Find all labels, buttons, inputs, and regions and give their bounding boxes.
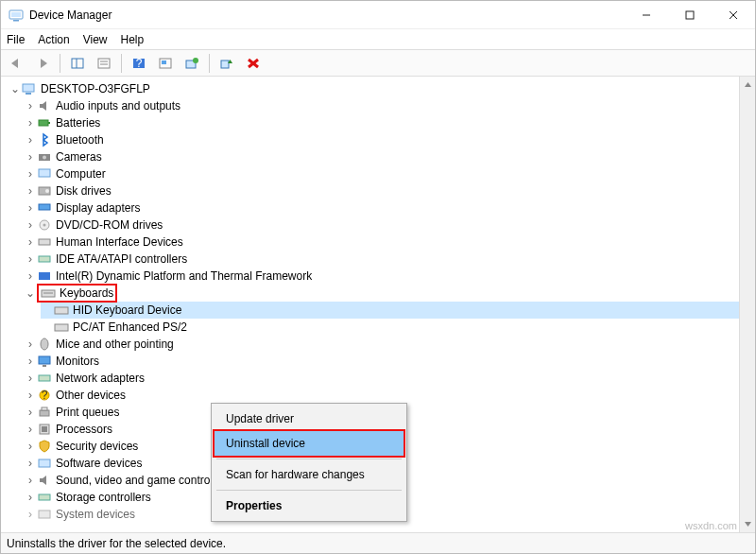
expand-icon[interactable]: › bbox=[24, 235, 37, 249]
collapse-icon[interactable]: ⌄ bbox=[24, 286, 37, 300]
minimize-button[interactable] bbox=[625, 1, 668, 29]
collapse-icon[interactable]: ⌄ bbox=[9, 82, 22, 95]
svg-rect-7 bbox=[72, 59, 83, 68]
tree-item-ps2-keyboard[interactable]: ·PC/AT Enhanced PS/2 bbox=[41, 319, 739, 336]
tree-item-label: Cameras bbox=[56, 150, 102, 164]
expand-icon[interactable]: › bbox=[24, 389, 37, 402]
expand-icon[interactable]: › bbox=[24, 457, 37, 470]
svg-rect-47 bbox=[42, 407, 47, 410]
tree-item-cameras[interactable]: ›Cameras bbox=[24, 148, 739, 165]
svg-point-26 bbox=[43, 156, 46, 160]
tree-item-mice[interactable]: ›Mice and other pointing bbox=[24, 336, 739, 353]
expand-icon[interactable]: › bbox=[24, 355, 37, 368]
hid-icon bbox=[37, 234, 52, 250]
svg-rect-4 bbox=[686, 11, 694, 19]
uninstall-device-button[interactable] bbox=[242, 53, 265, 74]
svg-rect-38 bbox=[55, 307, 68, 314]
expand-icon[interactable]: › bbox=[24, 423, 37, 436]
expand-icon[interactable]: › bbox=[24, 116, 37, 130]
context-uninstall-device[interactable]: Uninstall device bbox=[215, 431, 404, 456]
maximize-button[interactable] bbox=[668, 1, 712, 29]
expand-icon[interactable]: › bbox=[24, 167, 37, 181]
svg-rect-43 bbox=[39, 375, 50, 381]
vertical-scrollbar[interactable] bbox=[739, 77, 755, 532]
status-text: Uninstalls the driver for the selected d… bbox=[7, 537, 226, 550]
menu-help[interactable]: Help bbox=[121, 33, 145, 46]
expand-icon[interactable]: › bbox=[24, 184, 37, 198]
scroll-down-button[interactable] bbox=[740, 516, 755, 532]
menu-view[interactable]: View bbox=[83, 33, 108, 46]
svg-rect-33 bbox=[39, 239, 50, 245]
expand-icon[interactable]: › bbox=[24, 474, 37, 487]
tree-item-other[interactable]: ›?Other devices bbox=[24, 387, 739, 404]
camera-icon bbox=[37, 149, 52, 164]
sound-icon bbox=[37, 473, 52, 488]
enable-device-button[interactable] bbox=[215, 53, 238, 74]
svg-text:?: ? bbox=[136, 57, 143, 70]
security-icon bbox=[37, 439, 52, 454]
expand-icon[interactable]: › bbox=[24, 218, 37, 232]
context-menu: Update driver Uninstall device Scan for … bbox=[211, 403, 407, 522]
tree-item-batteries[interactable]: ›Batteries bbox=[24, 114, 739, 131]
forward-button[interactable] bbox=[31, 53, 54, 74]
tree-item-intel-dptf[interactable]: ›Intel(R) Dynamic Platform and Thermal F… bbox=[24, 268, 739, 285]
scroll-up-button[interactable] bbox=[740, 77, 755, 93]
expand-icon[interactable]: › bbox=[24, 269, 37, 283]
tree-item-disk-drives[interactable]: ›Disk drives bbox=[24, 182, 739, 199]
toolbar-separator bbox=[209, 54, 210, 73]
tree-item-label: Mice and other pointing bbox=[56, 338, 174, 351]
tree-item-ide-ata[interactable]: ›IDE ATA/ATAPI controllers bbox=[24, 251, 739, 268]
tree-item-label: Human Interface Devices bbox=[56, 235, 183, 249]
window-title: Device Manager bbox=[29, 9, 625, 22]
tree-item-label: System devices bbox=[56, 508, 135, 521]
expand-icon[interactable]: › bbox=[24, 133, 37, 147]
tree-item-network[interactable]: ›Network adapters bbox=[24, 370, 739, 387]
tree-item-label: Bluetooth bbox=[56, 133, 104, 147]
device-tree[interactable]: ⌄ DESKTOP-O3FGFLP ›Audio inputs and outp… bbox=[1, 77, 739, 532]
menu-action[interactable]: Action bbox=[38, 33, 69, 46]
expand-icon[interactable]: › bbox=[24, 338, 37, 351]
context-scan-hardware[interactable]: Scan for hardware changes bbox=[215, 462, 404, 487]
tree-item-audio[interactable]: ›Audio inputs and outputs bbox=[24, 97, 739, 114]
tree-item-keyboards[interactable]: ⌄ Keyboards bbox=[24, 285, 739, 302]
svg-rect-1 bbox=[11, 12, 21, 17]
tree-root[interactable]: ⌄ DESKTOP-O3FGFLP bbox=[9, 80, 739, 97]
intel-icon bbox=[37, 268, 52, 284]
expand-icon[interactable]: › bbox=[24, 406, 37, 419]
context-properties[interactable]: Properties bbox=[215, 493, 404, 518]
tree-item-dvd-cd[interactable]: ›DVD/CD-ROM drives bbox=[24, 216, 739, 234]
tree-item-monitors[interactable]: ›Monitors bbox=[24, 353, 739, 370]
tree-item-computer[interactable]: ›Computer bbox=[24, 165, 739, 182]
expand-icon[interactable]: › bbox=[24, 252, 37, 266]
tree-item-label: Security devices bbox=[56, 440, 138, 453]
expand-icon[interactable]: › bbox=[24, 491, 37, 504]
help-button[interactable]: ? bbox=[128, 53, 150, 74]
close-button[interactable] bbox=[712, 1, 755, 29]
tree-item-bluetooth[interactable]: ›Bluetooth bbox=[24, 131, 739, 148]
expand-icon[interactable]: › bbox=[24, 440, 37, 453]
tree-item-display-adapters[interactable]: ›Display adapters bbox=[24, 199, 739, 216]
ide-icon bbox=[37, 251, 52, 267]
device-manager-window: Device Manager File Action View Help ? ⌄ bbox=[0, 0, 756, 554]
back-button[interactable] bbox=[5, 53, 27, 74]
context-update-driver[interactable]: Update driver bbox=[215, 407, 404, 431]
tree-item-hid-keyboard[interactable]: ·HID Keyboard Device bbox=[41, 302, 739, 319]
expand-icon[interactable]: › bbox=[24, 150, 37, 164]
menu-file[interactable]: File bbox=[7, 33, 25, 46]
scan-hardware-button[interactable] bbox=[154, 53, 177, 74]
expand-icon[interactable]: › bbox=[24, 201, 37, 215]
expand-icon[interactable]: › bbox=[24, 508, 37, 521]
update-driver-button[interactable] bbox=[180, 53, 203, 74]
properties-button[interactable] bbox=[93, 53, 115, 74]
tree-item-label: Audio inputs and outputs bbox=[56, 99, 180, 113]
network-icon bbox=[37, 371, 52, 386]
show-hide-console-button[interactable] bbox=[66, 53, 89, 74]
expand-icon[interactable]: › bbox=[24, 99, 37, 113]
svg-rect-9 bbox=[98, 59, 110, 68]
scroll-track[interactable] bbox=[740, 93, 755, 516]
context-separator bbox=[216, 490, 402, 491]
context-separator bbox=[216, 459, 402, 459]
tree-item-hid[interactable]: ›Human Interface Devices bbox=[24, 234, 739, 251]
expand-icon[interactable]: › bbox=[24, 372, 37, 385]
svg-rect-39 bbox=[55, 324, 68, 331]
